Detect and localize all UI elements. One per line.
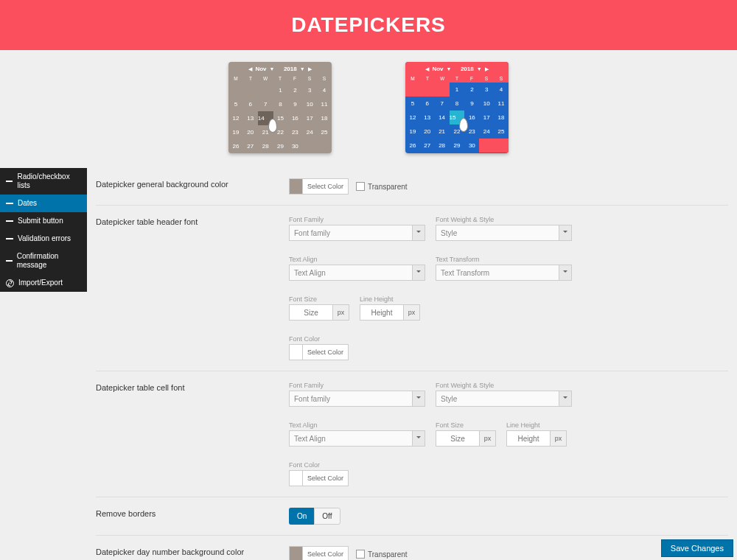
row-remove-borders: Remove borders On Off bbox=[96, 497, 728, 535]
color-swatch bbox=[290, 471, 303, 486]
settings-sidebar: Radio/checkbox lists Dates Submit button… bbox=[0, 168, 87, 292]
font-size-input[interactable] bbox=[289, 304, 333, 321]
page-title: DATEPICKERS bbox=[0, 13, 737, 37]
control-label: Font Weight & Style bbox=[436, 382, 572, 389]
control-label: Font Color bbox=[289, 335, 349, 343]
toggle-icon bbox=[6, 220, 13, 222]
row-header-font: Datepicker table header font Font Family… bbox=[96, 205, 728, 371]
sidebar-item-label: Validation errors bbox=[18, 234, 71, 243]
transparent-checkbox-wrap[interactable]: Transparent bbox=[356, 550, 408, 559]
transparent-checkbox-wrap[interactable]: Transparent bbox=[356, 182, 408, 191]
control-label: Line Height bbox=[506, 421, 567, 429]
toggle-icon bbox=[6, 260, 13, 262]
settings-content: Datepicker general background color Sele… bbox=[87, 168, 737, 560]
line-height-input[interactable] bbox=[506, 430, 551, 447]
color-picker-button[interactable]: Select Color bbox=[289, 546, 349, 560]
row-day-bg: Datepicker day number background color S… bbox=[96, 535, 728, 560]
sidebar-item-import-export[interactable]: Import/Export bbox=[0, 274, 87, 292]
row-label: Remove borders bbox=[96, 508, 280, 518]
select-color-label: Select Color bbox=[303, 547, 348, 560]
color-picker-button[interactable]: Select Color bbox=[289, 344, 349, 360]
checkbox-icon bbox=[356, 182, 365, 191]
toggle-off[interactable]: Off bbox=[314, 508, 340, 525]
control-label: Font Size bbox=[436, 421, 496, 429]
font-weight-select[interactable]: Style bbox=[436, 391, 572, 407]
row-label: Datepicker general background color bbox=[96, 178, 280, 189]
control-label: Font Color bbox=[289, 461, 349, 469]
toggle-icon bbox=[6, 203, 13, 204]
font-family-select[interactable]: Font family bbox=[289, 391, 425, 407]
select-color-label: Select Color bbox=[303, 345, 348, 360]
select-color-label: Select Color bbox=[303, 179, 348, 194]
line-height-input[interactable] bbox=[360, 304, 404, 321]
font-size-input[interactable] bbox=[436, 430, 480, 447]
control-label: Font Size bbox=[289, 295, 349, 303]
toggle-icon bbox=[6, 181, 13, 182]
row-label: Datepicker day number background color bbox=[96, 546, 280, 556]
transparent-label: Transparent bbox=[368, 550, 408, 559]
refresh-icon bbox=[6, 279, 14, 287]
sidebar-item-label: Radio/checkbox lists bbox=[17, 172, 81, 190]
page-header: DATEPICKERS bbox=[0, 0, 737, 50]
sidebar-item-dates[interactable]: Dates bbox=[0, 195, 87, 212]
row-general-bg: Datepicker general background color Sele… bbox=[96, 168, 728, 205]
row-label: Datepicker table header font bbox=[96, 216, 280, 226]
text-transform-select[interactable]: Text Transform bbox=[436, 265, 572, 281]
color-picker-button[interactable]: Select Color bbox=[289, 470, 349, 486]
sidebar-item-confirmation-message[interactable]: Confirmation message bbox=[0, 248, 87, 274]
sidebar-item-label: Confirmation message bbox=[17, 252, 81, 270]
calendar-preview-row: ◀ Nov ▼ 2018 ▼ ▶MTWTFSS12345678910111213… bbox=[0, 50, 737, 168]
control-label: Font Weight & Style bbox=[436, 216, 572, 223]
sidebar-item-submit-button[interactable]: Submit button bbox=[0, 212, 87, 230]
sidebar-item-label: Dates bbox=[18, 199, 37, 208]
control-label: Text Align bbox=[289, 256, 425, 263]
color-picker-button[interactable]: Select Color bbox=[289, 178, 349, 195]
checkbox-icon bbox=[356, 550, 365, 559]
calendar-preview-right: ◀ Nov ▼ 2018 ▼ ▶MTWTFSS12345678910111213… bbox=[405, 62, 509, 153]
sidebar-item-radio-checkbox[interactable]: Radio/checkbox lists bbox=[0, 168, 87, 195]
toggle-on[interactable]: On bbox=[289, 508, 314, 525]
text-align-select[interactable]: Text Align bbox=[289, 265, 425, 281]
text-align-select[interactable]: Text Align bbox=[289, 430, 425, 447]
control-label: Font Family bbox=[289, 216, 425, 223]
unit-label: px bbox=[551, 430, 567, 447]
font-weight-select[interactable]: Style bbox=[436, 225, 572, 241]
control-label: Font Family bbox=[289, 382, 425, 389]
sidebar-item-label: Import/Export bbox=[18, 279, 63, 287]
row-cell-font: Datepicker table cell font Font FamilyFo… bbox=[96, 371, 728, 497]
remove-borders-toggle[interactable]: On Off bbox=[289, 508, 340, 525]
unit-label: px bbox=[404, 304, 420, 321]
unit-label: px bbox=[333, 304, 349, 321]
control-label: Line Height bbox=[360, 295, 420, 303]
unit-label: px bbox=[480, 430, 496, 447]
save-changes-button[interactable]: Save Changes bbox=[661, 539, 733, 557]
transparent-label: Transparent bbox=[368, 183, 408, 191]
toggle-icon bbox=[6, 238, 13, 239]
control-label: Text Align bbox=[289, 421, 425, 429]
calendar-preview-left: ◀ Nov ▼ 2018 ▼ ▶MTWTFSS12345678910111213… bbox=[228, 62, 332, 153]
color-swatch bbox=[290, 547, 303, 560]
control-label: Text Transform bbox=[436, 256, 572, 263]
sidebar-item-validation-errors[interactable]: Validation errors bbox=[0, 230, 87, 248]
color-swatch bbox=[290, 179, 303, 194]
sidebar-item-label: Submit button bbox=[18, 217, 63, 225]
row-label: Datepicker table cell font bbox=[96, 382, 280, 392]
color-swatch bbox=[290, 345, 303, 360]
select-color-label: Select Color bbox=[303, 471, 348, 486]
font-family-select[interactable]: Font family bbox=[289, 225, 425, 241]
